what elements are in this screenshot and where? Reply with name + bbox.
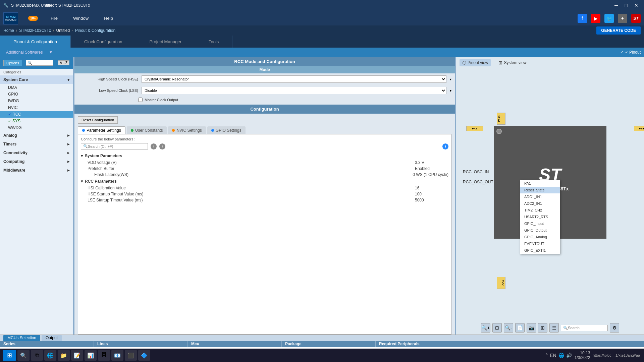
rcc-params-header[interactable]: ▾ RCC Parameters <box>81 178 448 185</box>
breadcrumb-chip[interactable]: STM32F103C8Tx <box>19 28 51 33</box>
export-button[interactable]: 📄 <box>515 323 525 333</box>
info-icon-1[interactable]: i <box>151 143 157 149</box>
ctx-usart2[interactable]: USART2_RTS <box>520 214 560 220</box>
fit-button[interactable]: ⊡ <box>492 323 502 333</box>
tray-volume[interactable]: 🔊 <box>566 353 572 358</box>
config-search-input[interactable] <box>88 144 146 148</box>
ctx-tim2[interactable]: TIM2_CH2 <box>520 207 560 214</box>
list-button[interactable]: ☰ <box>549 323 559 333</box>
breadcrumb-config[interactable]: Pinout & Configuration <box>75 28 115 33</box>
lse-select[interactable]: Disable Crystal/Ceramic Resonator BYPASS… <box>142 87 446 94</box>
screenshot-button[interactable]: 📷 <box>527 323 536 333</box>
breadcrumb-home[interactable]: Home <box>3 28 14 33</box>
sidebar-connectivity[interactable]: Connectivity ▸ <box>0 148 73 157</box>
taskbar-edge[interactable]: 🌐 <box>44 350 56 361</box>
window-title: STM32CubeMX Untitled*: STM32F103C8Tx <box>11 3 90 8</box>
sub-tab-additional[interactable]: Additional Softwares <box>3 49 45 55</box>
sidebar-item-dma[interactable]: DMA <box>0 84 73 91</box>
facebook-icon[interactable]: f <box>578 14 587 23</box>
sidebar-item-nvic[interactable]: NVIC <box>0 104 73 111</box>
ctx-gpio-analog[interactable]: GPIO_Analog <box>520 234 560 240</box>
pin-pa2[interactable]: PA2 <box>466 126 483 131</box>
generate-code-button[interactable]: GENERATE CODE <box>596 26 641 35</box>
pin-pa14[interactable]: PA14 <box>497 113 505 125</box>
sidebar-search-input[interactable] <box>32 61 51 65</box>
breadcrumb-project[interactable]: Untitled <box>56 28 70 33</box>
twitter-icon[interactable]: 🐦 <box>604 14 614 23</box>
config-tab-gpio[interactable]: GPIO Settings <box>207 126 246 134</box>
taskbar-word[interactable]: 📝 <box>71 350 83 361</box>
sort-button[interactable]: A→Z <box>58 60 69 65</box>
tab-project[interactable]: Project Manager <box>136 36 195 48</box>
start-button[interactable]: ⊞ <box>3 350 16 361</box>
network-icon[interactable]: ✦ <box>618 14 627 23</box>
menu-file[interactable]: File <box>48 14 60 22</box>
sidebar-system-core[interactable]: System Core ▾ <box>0 75 73 84</box>
minimize-button[interactable]: ─ <box>612 2 621 9</box>
tray-arrow[interactable]: ^ <box>546 353 548 358</box>
view-tab-system[interactable]: ⊞ System view <box>496 59 529 66</box>
config-tab-user[interactable]: User Constants <box>127 126 167 134</box>
sidebar-item-gpio[interactable]: GPIO <box>0 91 73 98</box>
master-clock-output-label[interactable]: Master Clock Output <box>145 98 178 102</box>
tab-clock[interactable]: Clock Configuration <box>71 36 136 48</box>
menu-window[interactable]: Window <box>70 14 91 22</box>
taskbar-search[interactable]: 🔍 <box>17 350 30 361</box>
options-button[interactable]: Options <box>3 60 22 66</box>
sub-tab-pinout[interactable]: ✓ ✓ Pinout <box>620 50 641 55</box>
config-tab-nvic[interactable]: NVIC Settings <box>168 126 206 134</box>
ctx-adc2[interactable]: ADC2_IN1 <box>520 200 560 207</box>
taskbar-app2[interactable]: 🔷 <box>138 350 150 361</box>
zoom-in-button[interactable]: 🔍+ <box>481 323 490 333</box>
ctx-pa1[interactable]: PA1 <box>520 180 560 187</box>
taskbar-excel[interactable]: 📊 <box>85 350 97 361</box>
st-icon[interactable]: ST <box>631 14 641 23</box>
taskbar-explorer[interactable]: 📁 <box>58 350 70 361</box>
reset-config-button[interactable]: Reset Configuration <box>78 116 118 124</box>
hse-select[interactable]: Crystal/Ceramic Resonator BYPASS Clock S… <box>142 75 446 83</box>
taskbar-access[interactable]: 🗄 <box>98 350 110 361</box>
master-clock-output-checkbox[interactable] <box>138 98 143 102</box>
info-icon-3[interactable]: ℹ <box>442 143 448 149</box>
sidebar-item-wwdg[interactable]: WWDG <box>0 124 73 131</box>
config-tab-params[interactable]: Parameter Settings <box>78 126 125 134</box>
ctx-gpio-input[interactable]: GPIO_Input <box>520 220 560 227</box>
ctx-reset-state[interactable]: Reset_State <box>520 187 560 193</box>
settings-button[interactable]: ⚙ <box>610 323 619 333</box>
youtube-icon[interactable]: ▶ <box>591 14 600 23</box>
view-tab-pinout[interactable]: ⬡ Pinout view <box>460 59 491 66</box>
sidebar-timers[interactable]: Timers ▸ <box>0 140 73 148</box>
taskbar-task-view[interactable]: ⧉ <box>31 350 43 361</box>
sidebar-analog[interactable]: Analog ▸ <box>0 131 73 140</box>
breadcrumb: Home / STM32F103C8Tx / Untitled - Pinout… <box>0 25 644 36</box>
ctx-gpio-exti1[interactable]: GPIO_EXTI1 <box>520 247 560 254</box>
taskbar-app1[interactable]: ⬛ <box>125 350 137 361</box>
pin-pb12[interactable]: PB12 <box>634 126 644 131</box>
taskbar-outlook[interactable]: 📧 <box>111 350 123 361</box>
info-icon-2[interactable]: i <box>159 143 165 149</box>
sidebar-item-sys[interactable]: ✓ SYS <box>0 118 73 124</box>
system-params-header[interactable]: ▾ System Parameters <box>81 152 448 160</box>
chip-search-input[interactable] <box>568 326 605 330</box>
tab-pinout[interactable]: Pinout & Configuration <box>0 36 71 48</box>
tray-lang[interactable]: EN <box>550 353 556 358</box>
maximize-button[interactable]: □ <box>622 2 631 9</box>
ctx-eventout[interactable]: EVENTOUT <box>520 240 560 247</box>
ctx-gpio-output[interactable]: GPIO_Output <box>520 227 560 234</box>
zoom-out-button[interactable]: 🔍- <box>504 323 513 333</box>
grid-button[interactable]: ⊞ <box>538 323 547 333</box>
ctx-adc1[interactable]: ADC1_IN1 <box>520 193 560 200</box>
config-section: Configuration Reset Configuration Parame… <box>74 105 455 335</box>
bottom-tab-output[interactable]: Output <box>42 335 62 341</box>
sidebar-item-iwdg[interactable]: IWDG <box>0 98 73 104</box>
menu-help[interactable]: Help <box>101 14 116 22</box>
sidebar-item-rcc[interactable]: ✓ RCC <box>0 111 73 118</box>
tray-network[interactable]: 🌐 <box>558 353 564 358</box>
bottom-tab-mcus[interactable]: MCUs Selection <box>3 335 40 341</box>
sidebar-computing[interactable]: Computing ▸ <box>0 157 73 166</box>
hse-startup-value: 100 <box>408 192 448 196</box>
sidebar-middleware[interactable]: Middleware ▸ <box>0 166 73 175</box>
pin-vdd-bot[interactable]: VDD <box>497 277 505 289</box>
close-button[interactable]: ✕ <box>632 2 641 9</box>
tab-tools[interactable]: Tools <box>195 36 232 48</box>
